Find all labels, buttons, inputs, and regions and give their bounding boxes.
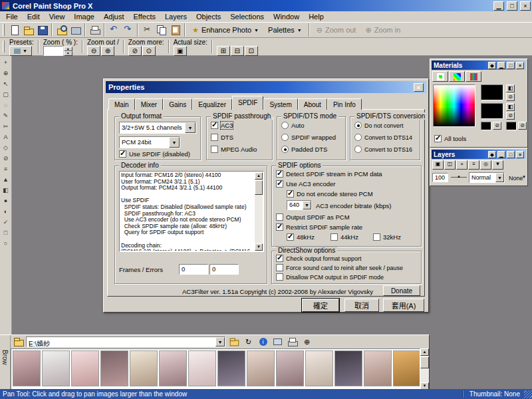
all-tools-checkbox[interactable]: All tools — [434, 135, 466, 142]
channels-dropdown[interactable]: 3/2+SW 5.1 channels▼ — [119, 122, 196, 134]
menu-adjust[interactable]: Adjust — [99, 12, 129, 21]
transparent-icon[interactable]: ⊘ — [518, 122, 527, 130]
rate-32-checkbox[interactable]: 32kHz — [373, 233, 401, 241]
save-button[interactable] — [35, 23, 49, 37]
menu-help[interactable]: Help — [304, 12, 329, 21]
checkbox-icon[interactable] — [211, 122, 218, 129]
tool-brush[interactable]: ● — [1, 196, 11, 205]
link-set-value[interactable]: None — [509, 175, 523, 182]
menu-file[interactable]: File — [1, 12, 23, 21]
photo-thumbnail[interactable] — [42, 350, 70, 386]
tool-pan[interactable]: + — [1, 58, 11, 67]
zoom-more-in-button[interactable]: ⊙ — [142, 46, 156, 56]
menu-image[interactable]: Image — [69, 12, 99, 21]
detect-spdif-checkbox[interactable]: Detect SPDIF stream in PCM data — [276, 170, 382, 178]
tool-straighten[interactable]: ▲ — [1, 175, 11, 184]
slider-handle-icon[interactable]: ▲ — [457, 174, 461, 178]
info-button[interactable]: i — [257, 336, 269, 347]
up-folder-button[interactable] — [227, 336, 240, 347]
convert-dts14-radio[interactable]: Convert to DTS14 — [354, 134, 412, 141]
menu-view[interactable]: View — [45, 12, 70, 21]
decoder-info-box[interactable]: Input format: PCM16 2/0 (stereo) 44100 U… — [119, 171, 264, 252]
photo-thumbnail[interactable] — [188, 350, 216, 386]
bitrate-dropdown[interactable]: 640▼ — [287, 200, 312, 210]
chevron-down-icon[interactable]: ▼ — [303, 201, 311, 209]
checkbox-icon[interactable] — [276, 255, 283, 262]
browser-scrollbar[interactable]: ▲ ▼ — [420, 348, 429, 389]
radio-icon[interactable] — [281, 134, 289, 141]
dialog-close-button[interactable]: × — [414, 83, 424, 92]
photo-thumbnail[interactable] — [159, 350, 187, 386]
layer-menu-icon[interactable]: ▼ — [492, 160, 503, 170]
actual-size-button[interactable]: ▣ — [174, 46, 187, 56]
path-dropdown[interactable]: E:\婚紗▼ — [26, 336, 225, 347]
rainbow-tab[interactable] — [449, 71, 465, 82]
transparent-icon[interactable]: ⊘ — [493, 122, 501, 130]
photo-thumbnail[interactable] — [217, 350, 245, 386]
use-ac3-encoder-checkbox[interactable]: Use AC3 encoder — [276, 180, 335, 188]
fit-window-button[interactable]: ⊞ — [217, 46, 230, 56]
checkbox-icon[interactable] — [276, 273, 283, 281]
new-button[interactable] — [7, 23, 21, 37]
menu-layers[interactable]: Layers — [160, 12, 192, 21]
tool-freehand[interactable]: ✎ — [1, 111, 11, 120]
zoom-percent-spinner[interactable]: ▲▼ — [64, 47, 72, 56]
tab-pininfo[interactable]: Pin Info — [327, 98, 362, 110]
photo-thumbnail[interactable] — [364, 350, 392, 386]
padded-dts-radio[interactable]: Padded DTS — [281, 146, 327, 153]
scroll-up-icon[interactable]: ▲ — [420, 348, 429, 356]
checkbox-icon[interactable] — [287, 190, 294, 198]
minimize-icon[interactable]: ▁ — [497, 62, 505, 69]
opacity-field[interactable]: 100 — [432, 173, 448, 182]
radio-icon[interactable] — [354, 122, 362, 129]
tool-pick[interactable]: ↖ — [1, 79, 11, 88]
chevron-down-icon[interactable]: ▼ — [495, 173, 504, 182]
open-button[interactable] — [21, 23, 35, 37]
tab-about[interactable]: About — [298, 98, 327, 110]
scroll-down-icon[interactable]: ▼ — [255, 243, 263, 251]
materials-titlebar[interactable]: Materials ◆ ▁ □ × — [432, 61, 526, 70]
pin-icon[interactable]: ◆ — [488, 62, 496, 69]
tab-main[interactable]: Main — [108, 98, 135, 110]
refresh-button[interactable]: ↻ — [242, 336, 255, 347]
checkbox-icon[interactable] — [276, 180, 283, 188]
spdif-wrapped-radio[interactable]: SPDIF wrapped — [281, 134, 336, 141]
browse-button[interactable] — [55, 23, 68, 37]
close-icon[interactable]: × — [516, 151, 524, 158]
open-folder-icon[interactable] — [13, 337, 24, 346]
scrollbar-thumb[interactable] — [255, 180, 263, 195]
apply-button[interactable]: 套用(A) — [383, 299, 424, 312]
tool-warp[interactable]: □ — [1, 228, 11, 237]
auto-radio[interactable]: Auto — [281, 122, 305, 129]
color-picker-panel[interactable] — [433, 84, 475, 127]
zoom-more-out-button[interactable]: ⊘ — [128, 46, 142, 56]
decoder-scrollbar[interactable]: ▲ ▼ — [255, 172, 263, 251]
checkbox-icon[interactable] — [276, 170, 283, 178]
duplicate-layer-icon[interactable]: ◫ — [444, 160, 456, 170]
tab-equalizer[interactable]: Equalizer — [192, 98, 232, 110]
ac3-checkbox[interactable]: AC3 — [211, 122, 233, 129]
new-layer-icon[interactable]: ▣ — [432, 160, 444, 170]
sample-format-dropdown[interactable]: PCM 24bit▼ — [119, 136, 180, 148]
menu-effects[interactable]: Effects — [129, 12, 160, 21]
swatch-tab[interactable] — [466, 71, 481, 82]
background-swatch[interactable] — [481, 103, 503, 119]
menu-window[interactable]: Window — [269, 12, 304, 21]
tool-fill[interactable]: ◐ — [1, 207, 11, 216]
no-stereo-pcm-checkbox[interactable]: Do not encode stereo PCM — [287, 190, 373, 198]
fit-image-button[interactable]: ⊟ — [231, 46, 244, 56]
tab-spdif[interactable]: SPDIF — [232, 96, 263, 110]
minimize-button[interactable]: ▁ — [493, 1, 504, 11]
dts-checkbox[interactable]: DTS — [211, 134, 233, 141]
blend-mode-dropdown[interactable]: Normal▼ — [469, 172, 505, 183]
transparent-icon[interactable]: ⊘ — [506, 112, 515, 120]
fill-mini-swatch[interactable] — [506, 122, 517, 130]
ok-button[interactable]: 確定 — [302, 299, 339, 312]
full-screen-button[interactable]: ⊡ — [245, 46, 258, 56]
pin-icon[interactable]: ◆ — [488, 151, 496, 158]
computer-button[interactable] — [271, 336, 284, 347]
convert-dts16-radio[interactable]: Convert to DTS16 — [354, 146, 412, 153]
scroll-down-icon[interactable]: ▼ — [420, 382, 429, 389]
scrollbar-thumb[interactable] — [420, 356, 429, 368]
checkbox-icon[interactable] — [287, 233, 294, 241]
